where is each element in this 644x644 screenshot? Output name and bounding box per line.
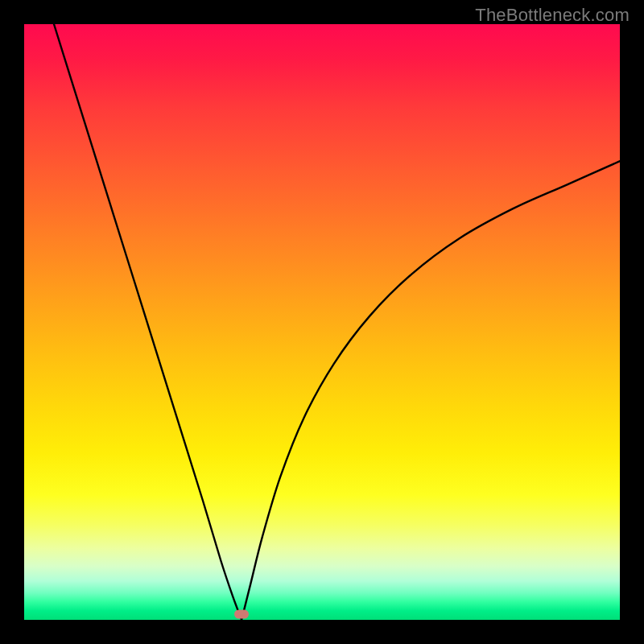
chart-stage: TheBottleneck.com	[0, 0, 644, 644]
curve-path	[54, 24, 620, 620]
optimum-marker	[234, 609, 249, 618]
plot-area	[24, 24, 620, 620]
watermark-label: TheBottleneck.com	[475, 5, 630, 26]
bottleneck-curve	[24, 24, 620, 620]
